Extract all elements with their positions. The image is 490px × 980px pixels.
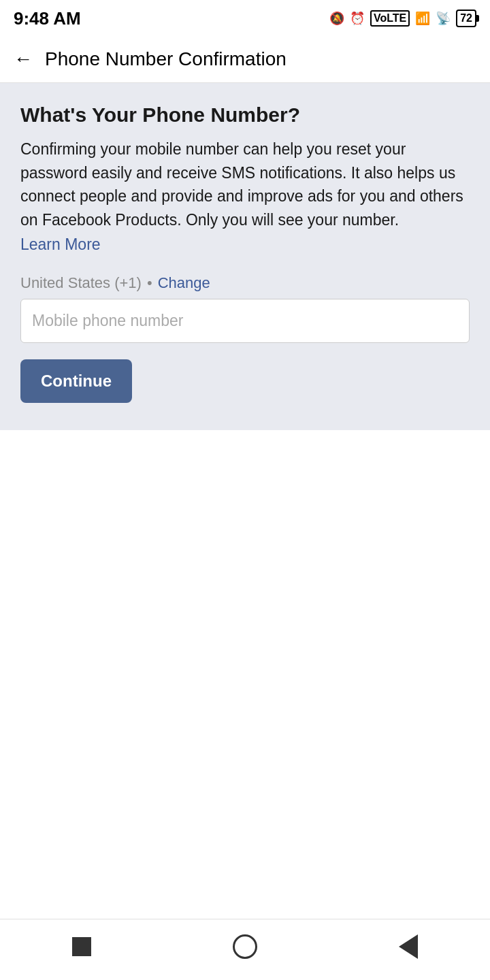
phone-number-input[interactable] [20, 299, 470, 343]
battery-icon: 72 [456, 10, 476, 27]
continue-button[interactable]: Continue [20, 359, 132, 403]
home-button[interactable] [230, 932, 260, 962]
change-country-link[interactable]: Change [158, 274, 210, 292]
recent-apps-icon [72, 937, 91, 956]
signal-icon: 📶 [415, 11, 430, 26]
learn-more-link[interactable]: Learn More [20, 235, 101, 254]
card-description: Confirming your mobile number can help y… [20, 137, 470, 231]
country-dot: • [147, 274, 152, 292]
country-selector: United States (+1) • Change [20, 274, 470, 292]
mute-icon: 🔕 [329, 11, 344, 26]
home-icon [233, 934, 257, 959]
recent-apps-button[interactable] [67, 932, 97, 962]
status-icons: 🔕 ⏰ VoLTE 📶 📡 72 [329, 10, 476, 27]
back-button[interactable]: ← [14, 48, 33, 70]
status-bar: 9:48 AM 🔕 ⏰ VoLTE 📶 📡 72 [0, 0, 490, 35]
empty-area [0, 430, 490, 919]
bottom-nav-bar [0, 919, 490, 980]
back-icon [399, 934, 418, 959]
app-header: ← Phone Number Confirmation [0, 35, 490, 83]
alarm-icon: ⏰ [350, 11, 365, 26]
status-time: 9:48 AM [14, 8, 81, 29]
page-title: Phone Number Confirmation [45, 48, 287, 70]
volte-icon: VoLTE [370, 10, 410, 27]
country-name: United States (+1) [20, 274, 142, 292]
wifi-icon: 📡 [436, 11, 451, 26]
content-card: What's Your Phone Number? Confirming you… [0, 83, 490, 430]
card-heading: What's Your Phone Number? [20, 103, 470, 127]
back-nav-button[interactable] [393, 932, 423, 962]
